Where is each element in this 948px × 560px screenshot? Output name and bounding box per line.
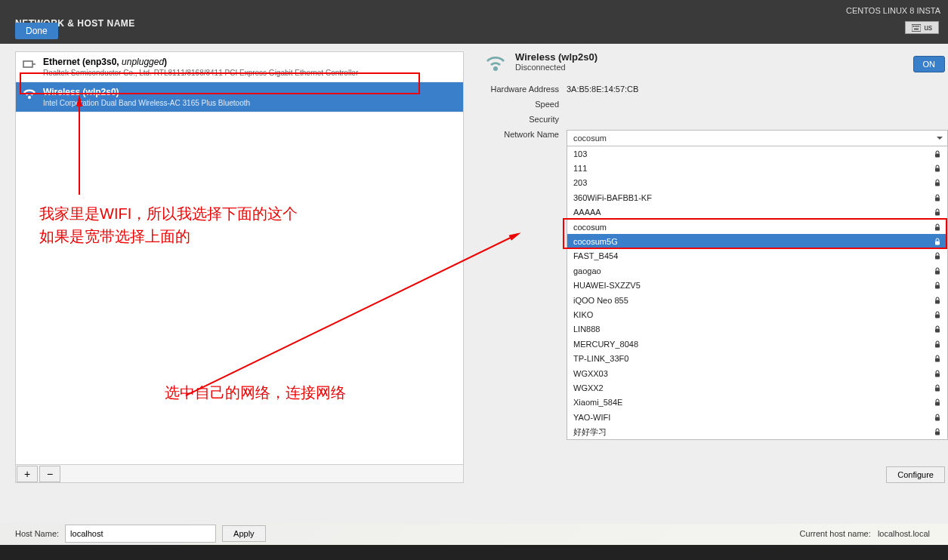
network-name-dropdown[interactable]: cocosum 103111203360WiFi-BAFBB1-KFAAAAAc… <box>567 130 948 146</box>
lock-icon <box>934 267 941 275</box>
wifi-toggle-button[interactable]: ON <box>913 56 946 72</box>
device-details-panel: Wireless (wlp2s0) Disconnected ON Hardwa… <box>483 51 948 483</box>
network-item[interactable]: HUAWEI-SXZZV5 <box>567 278 947 293</box>
network-name: LIN888 <box>573 325 934 334</box>
network-item[interactable]: MERCURY_8048 <box>567 337 947 351</box>
network-item[interactable]: gaogao <box>567 263 947 278</box>
network-name: 360WiFi-BAFBB1-KF <box>573 193 934 202</box>
network-name: AAAAA <box>573 208 934 217</box>
network-name: WGXX2 <box>573 383 934 392</box>
lock-icon <box>934 252 941 260</box>
hostname-input[interactable] <box>65 525 216 543</box>
network-item[interactable]: FAST_B454 <box>567 249 947 263</box>
network-item[interactable]: WGXX03 <box>567 366 947 380</box>
device-item-1[interactable]: Wireless (wlp2s0)Intel Corporation Dual … <box>16 82 463 112</box>
network-item[interactable]: TP-LINK_33F0 <box>567 351 947 365</box>
device-item-0[interactable]: Ethernet (enp3s0, unplugged)Realtek Semi… <box>16 52 463 82</box>
topbar: NETWORK & HOST NAME CENTOS LINUX 8 INSTA… <box>0 0 948 44</box>
lock-icon <box>934 179 941 186</box>
network-item[interactable]: 360WiFi-BAFBB1-KF <box>567 190 947 205</box>
speed-value <box>567 100 948 109</box>
svg-rect-11 <box>935 197 940 201</box>
lock-icon <box>934 325 941 333</box>
network-name: gaogao <box>573 266 934 275</box>
network-item[interactable]: KIKO <box>567 307 947 322</box>
lock-icon <box>934 355 941 362</box>
svg-rect-26 <box>935 417 940 420</box>
svg-rect-1 <box>913 26 915 27</box>
hw-address-value: 3A:B5:8E:14:57:CB <box>567 85 948 94</box>
remove-device-button[interactable]: − <box>39 466 60 482</box>
lock-icon <box>934 194 941 202</box>
network-item[interactable]: 203 <box>567 176 947 190</box>
network-name: YAO-WIFI <box>573 413 934 422</box>
network-item[interactable]: Xiaomi_584E <box>567 395 947 410</box>
network-item[interactable]: WGXX2 <box>567 380 947 395</box>
network-selected-value[interactable]: cocosum <box>567 130 948 146</box>
network-name: iQOO Neo 855 <box>573 296 934 305</box>
lock-icon <box>934 384 941 392</box>
hw-address-label: Hardware Address <box>483 85 567 94</box>
network-item[interactable]: 111 <box>567 161 947 175</box>
svg-rect-25 <box>935 402 940 406</box>
svg-rect-8 <box>935 153 940 157</box>
device-list: Ethernet (enp3s0, unplugged)Realtek Semi… <box>16 52 463 464</box>
svg-rect-2 <box>915 26 916 27</box>
svg-rect-24 <box>935 387 940 391</box>
network-item[interactable]: cocosum5G <box>567 234 947 248</box>
lock-icon <box>934 208 941 216</box>
apply-button[interactable]: Apply <box>222 525 266 542</box>
svg-rect-14 <box>935 242 940 245</box>
svg-rect-19 <box>935 314 940 318</box>
network-name: FAST_B454 <box>573 251 934 260</box>
network-item[interactable]: cocosum <box>567 220 947 234</box>
svg-rect-17 <box>935 285 940 289</box>
network-name: Xiaomi_584E <box>573 398 934 407</box>
network-item[interactable]: iQOO Neo 855 <box>567 293 947 307</box>
configure-button[interactable]: Configure <box>886 466 945 483</box>
network-name: MERCURY_8048 <box>573 340 934 349</box>
device-name: Wireless (wlp2s0) <box>43 87 457 97</box>
done-button[interactable]: Done <box>15 23 58 39</box>
add-device-button[interactable]: + <box>17 466 38 482</box>
device-toolbar: + − <box>16 464 463 482</box>
svg-rect-22 <box>935 358 940 362</box>
device-name: Ethernet (enp3s0, unplugged) <box>43 57 457 67</box>
network-name: 203 <box>573 178 934 187</box>
network-name: 好好学习 <box>573 426 934 438</box>
network-list: 103111203360WiFi-BAFBB1-KFAAAAAcocosumco… <box>567 146 948 440</box>
network-name: TP-LINK_33F0 <box>573 354 934 363</box>
network-item[interactable]: LIN888 <box>567 322 947 337</box>
svg-rect-0 <box>912 24 921 31</box>
lock-icon <box>934 311 941 318</box>
lock-icon <box>934 297 941 304</box>
wifi-icon <box>22 87 37 102</box>
network-name-label: Network Name <box>483 130 567 146</box>
network-item[interactable]: 103 <box>567 146 947 161</box>
security-value <box>567 115 948 124</box>
svg-rect-16 <box>935 270 940 274</box>
current-hostname-value: localhost.local <box>878 529 930 538</box>
network-name: 103 <box>573 149 934 158</box>
detail-status: Disconnected <box>515 63 598 72</box>
keyboard-layout-label: us <box>924 23 932 32</box>
device-list-panel: Ethernet (enp3s0, unplugged)Realtek Semi… <box>15 51 464 483</box>
svg-rect-18 <box>935 300 940 303</box>
lock-icon <box>934 150 941 158</box>
lock-icon <box>934 428 941 435</box>
lock-icon <box>934 165 941 172</box>
detail-header: Wireless (wlp2s0) Disconnected ON <box>483 51 948 75</box>
svg-rect-4 <box>919 26 920 27</box>
wifi-large-icon <box>483 51 508 75</box>
keyboard-layout-button[interactable]: us <box>905 21 939 34</box>
svg-rect-20 <box>935 329 940 333</box>
current-hostname-label: Current host name: <box>800 529 871 538</box>
lock-icon <box>934 223 941 231</box>
detail-title: Wireless (wlp2s0) <box>515 51 598 63</box>
svg-rect-5 <box>914 28 919 29</box>
network-item[interactable]: 好好学习 <box>567 424 947 438</box>
lock-icon <box>934 398 941 406</box>
network-item[interactable]: YAO-WIFI <box>567 410 947 424</box>
svg-rect-15 <box>935 256 940 260</box>
network-item[interactable]: AAAAA <box>567 205 947 220</box>
